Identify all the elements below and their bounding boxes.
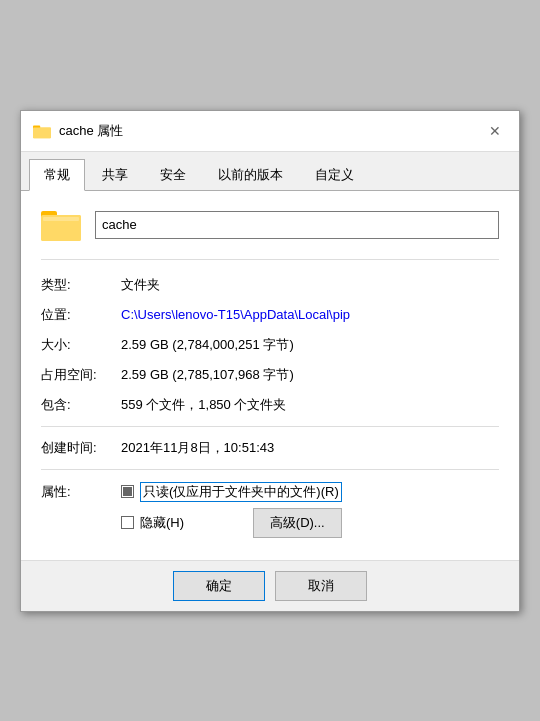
hidden-advanced-row: 隐藏(H) 高级(D)...: [121, 508, 342, 538]
created-label: 创建时间:: [41, 439, 121, 457]
folder-name-input[interactable]: [95, 211, 499, 239]
title-bar: cache 属性 ✕: [21, 111, 519, 152]
divider-1: [41, 259, 499, 260]
folder-icon-small: [33, 122, 51, 140]
type-label: 类型:: [41, 276, 121, 294]
close-button[interactable]: ✕: [483, 119, 507, 143]
location-label: 位置:: [41, 306, 121, 324]
divider-2: [41, 426, 499, 427]
created-value: 2021年11月8日，10:51:43: [121, 439, 274, 457]
type-value: 文件夹: [121, 276, 160, 294]
contains-value: 559 个文件，1,850 个文件夹: [121, 396, 286, 414]
properties-window: cache 属性 ✕ 常规 共享 安全 以前的版本 自定义 类型:: [20, 110, 520, 612]
size-value: 2.59 GB (2,784,000,251 字节): [121, 336, 294, 354]
disk-size-row: 占用空间: 2.59 GB (2,785,107,968 字节): [41, 360, 499, 390]
size-label: 大小:: [41, 336, 121, 354]
hidden-checkbox[interactable]: [121, 516, 134, 529]
ok-button[interactable]: 确定: [173, 571, 265, 601]
readonly-checkbox[interactable]: [121, 485, 134, 498]
content-area: 类型: 文件夹 位置: C:\Users\lenovo-T15\AppData\…: [21, 191, 519, 560]
footer: 确定 取消: [21, 560, 519, 611]
attributes-row: 属性: 只读(仅应用于文件夹中的文件)(R) 隐藏(H): [41, 476, 499, 544]
title-text: cache 属性: [59, 122, 123, 140]
contains-label: 包含:: [41, 396, 121, 414]
advanced-button[interactable]: 高级(D)...: [253, 508, 342, 538]
tab-custom[interactable]: 自定义: [300, 159, 369, 191]
created-row: 创建时间: 2021年11月8日，10:51:43: [41, 433, 499, 463]
attributes-content: 只读(仅应用于文件夹中的文件)(R) 隐藏(H) 高级(D)...: [121, 482, 342, 538]
header-section: [41, 207, 499, 243]
size-row: 大小: 2.59 GB (2,784,000,251 字节): [41, 330, 499, 360]
svg-rect-6: [43, 217, 79, 221]
folder-icon-large: [41, 207, 81, 243]
contains-row: 包含: 559 个文件，1,850 个文件夹: [41, 390, 499, 420]
hidden-label[interactable]: 隐藏(H): [140, 514, 184, 532]
tab-security[interactable]: 安全: [145, 159, 201, 191]
readonly-checkbox-container: 只读(仅应用于文件夹中的文件)(R): [121, 482, 342, 502]
disk-size-label: 占用空间:: [41, 366, 121, 384]
hidden-checkbox-container: 隐藏(H): [121, 514, 184, 532]
title-bar-left: cache 属性: [33, 122, 123, 140]
tab-previous-versions[interactable]: 以前的版本: [203, 159, 298, 191]
tab-share[interactable]: 共享: [87, 159, 143, 191]
divider-3: [41, 469, 499, 470]
disk-size-value: 2.59 GB (2,785,107,968 字节): [121, 366, 294, 384]
attributes-label: 属性:: [41, 483, 121, 501]
readonly-row: 只读(仅应用于文件夹中的文件)(R): [121, 482, 342, 502]
tab-bar: 常规 共享 安全 以前的版本 自定义: [21, 152, 519, 191]
type-row: 类型: 文件夹: [41, 270, 499, 300]
svg-rect-2: [33, 127, 51, 138]
readonly-label[interactable]: 只读(仅应用于文件夹中的文件)(R): [140, 482, 342, 502]
location-value: C:\Users\lenovo-T15\AppData\Local\pip: [121, 307, 350, 322]
location-row: 位置: C:\Users\lenovo-T15\AppData\Local\pi…: [41, 300, 499, 330]
cancel-button[interactable]: 取消: [275, 571, 367, 601]
tab-general[interactable]: 常规: [29, 159, 85, 191]
